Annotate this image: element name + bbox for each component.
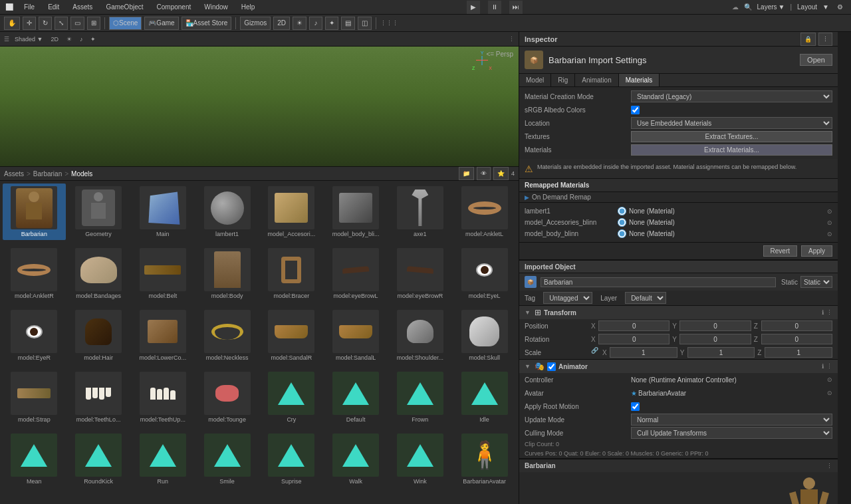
asset-axe1[interactable]: axe1	[389, 184, 452, 240]
menu-assets[interactable]: Assets	[70, 3, 95, 11]
remap-lambert1-select-btn[interactable]: ⊙	[827, 208, 832, 215]
asset-barbarian-avatar[interactable]: 🧍 BarbarianAvatar	[453, 431, 516, 487]
location-dropdown[interactable]: Use Embedded Materials	[631, 117, 832, 129]
asset-strap[interactable]: model:Strap	[3, 369, 66, 426]
asset-body[interactable]: model:Body	[195, 245, 259, 302]
controller-select-btn[interactable]: ⊙	[827, 376, 832, 383]
tab-materials[interactable]: Materials	[619, 74, 660, 86]
asset-bracer[interactable]: model:Bracer	[260, 245, 323, 302]
asset-suprise[interactable]: Suprise	[260, 431, 323, 487]
tool-rect[interactable]: ▭	[70, 17, 84, 30]
asset-mean[interactable]: Mean	[3, 431, 66, 487]
extract-materials-btn[interactable]: Extract Materials...	[631, 144, 832, 156]
folder-icon-btn[interactable]: 📁	[459, 167, 474, 180]
asset-smile[interactable]: Smile	[195, 431, 259, 487]
object-name-input[interactable]	[541, 277, 776, 287]
rot-x-input[interactable]	[598, 334, 669, 344]
step-button[interactable]: ⏭	[509, 1, 523, 14]
lock-btn[interactable]: 🔒	[800, 33, 816, 46]
asset-skull[interactable]: model:Skull	[453, 307, 516, 364]
asset-run[interactable]: Run	[132, 431, 195, 487]
animator-enabled-checkbox[interactable]	[547, 362, 556, 371]
scale-z-input[interactable]	[765, 347, 832, 358]
avatar-select-btn[interactable]: ⊙	[827, 390, 832, 396]
shading-dropdown[interactable]: Shaded ▼	[15, 36, 43, 43]
layers-dropdown[interactable]: Layers ▼	[757, 3, 785, 11]
pos-z-input[interactable]	[761, 320, 832, 331]
asset-eyel[interactable]: model:EyeL	[453, 245, 516, 302]
asset-hair[interactable]: model:Hair	[67, 307, 130, 364]
play-button[interactable]: ▶	[467, 1, 480, 14]
layer-select[interactable]: Default	[625, 292, 666, 304]
revert-button[interactable]: Revert	[763, 245, 797, 257]
scale-y-input[interactable]	[687, 347, 755, 358]
light-toggle[interactable]: ☀	[66, 36, 72, 43]
rot-z-input[interactable]	[761, 334, 832, 344]
pos-y-input[interactable]	[679, 320, 751, 331]
remap-accesori-select-btn[interactable]: ⊙	[827, 219, 832, 226]
tab-model[interactable]: Model	[519, 74, 551, 86]
rot-y-input[interactable]	[679, 334, 751, 344]
asset-accesori[interactable]: model_Accesori...	[260, 184, 323, 240]
pause-button[interactable]: ⏸	[488, 1, 501, 14]
asset-teethup[interactable]: model:TeethUp...	[132, 369, 195, 426]
menu-component[interactable]: Component	[154, 3, 194, 11]
asset-neckless[interactable]: model:Neckless	[195, 307, 259, 364]
asset-geometry[interactable]: Geometry	[67, 184, 130, 240]
material-creation-dropdown[interactable]: Standard (Legacy)	[631, 90, 832, 102]
tab-rig[interactable]: Rig	[551, 74, 575, 86]
remap-body-radio[interactable]	[618, 229, 626, 238]
asset-ankletr[interactable]: model:AnkletR	[3, 245, 66, 302]
asset-bandages[interactable]: model:Bandages	[67, 245, 130, 302]
asset-grid-container[interactable]: Barbarian Geometry	[0, 181, 519, 504]
tool-move[interactable]: ✛	[23, 17, 36, 30]
audio-btn[interactable]: ♪	[309, 17, 322, 30]
asset-eyer[interactable]: model:EyeR	[3, 307, 66, 364]
asset-ankletl[interactable]: model:AnkletL	[453, 184, 516, 240]
settings-btn[interactable]: ⚙	[834, 3, 846, 11]
transform-section-header[interactable]: ▼ ⊞ Transform ℹ ⋮	[519, 305, 838, 319]
asset-idle[interactable]: Idle	[453, 369, 516, 426]
culling-mode-dropdown[interactable]: Cull Update Transforms	[631, 427, 832, 439]
tool-transform[interactable]: ⊞	[87, 17, 100, 30]
remap-body-select-btn[interactable]: ⊙	[827, 231, 832, 237]
star-icon-btn[interactable]: ⭐	[493, 167, 509, 180]
asset-cry[interactable]: Cry	[260, 369, 323, 426]
remap-accesori-radio[interactable]	[618, 218, 626, 227]
asset-roundkick[interactable]: RoundKick	[67, 431, 130, 487]
eye-icon-btn[interactable]: 👁	[477, 167, 491, 180]
scene-tab[interactable]: ⬡ Scene	[109, 17, 142, 30]
asset-walk[interactable]: Walk	[324, 431, 388, 487]
inspector-body[interactable]: 📦 Barbarian Import Settings Open Model R…	[519, 47, 838, 504]
extract-textures-btn[interactable]: Extract Textures...	[631, 131, 832, 142]
game-tab[interactable]: 🎮 Game	[144, 17, 178, 30]
tag-select[interactable]: Untagged	[543, 292, 592, 304]
tool-hand[interactable]: ✋	[4, 17, 20, 30]
menu-window[interactable]: Window	[201, 3, 231, 11]
vfx-toggle[interactable]: ✦	[90, 36, 96, 43]
asset-belt[interactable]: model:Belt	[132, 245, 195, 302]
tool-scale[interactable]: ⤡	[55, 17, 68, 30]
static-dropdown[interactable]: Static	[800, 276, 832, 288]
animator-section-header[interactable]: ▼ 🎭 Animator ℹ ⋮	[519, 359, 838, 373]
breadcrumb-assets[interactable]: Assets	[4, 170, 24, 178]
apply-button[interactable]: Apply	[801, 245, 832, 257]
pos-x-input[interactable]	[598, 320, 669, 331]
asset-main[interactable]: Main	[132, 184, 195, 240]
tool-rotate[interactable]: ↻	[39, 17, 52, 30]
scale-x-input[interactable]	[610, 347, 677, 358]
fx-btn[interactable]: ✦	[325, 17, 338, 30]
apply-root-motion-checkbox[interactable]	[631, 402, 640, 411]
assetstore-tab[interactable]: 🏪 Asset Store	[182, 17, 232, 30]
menu-help[interactable]: Help	[239, 3, 258, 11]
menu-edit[interactable]: Edit	[45, 3, 62, 11]
asset-wink[interactable]: Wink	[389, 431, 452, 487]
srgb-checkbox[interactable]	[631, 106, 640, 114]
asset-eyebrowl[interactable]: model:eyeBrowL	[324, 245, 388, 302]
update-mode-dropdown[interactable]: Normal	[631, 414, 832, 426]
breadcrumb-barbarian[interactable]: Barbarian	[33, 170, 62, 178]
asset-sandalr[interactable]: model:SandalR	[260, 307, 323, 364]
asset-lambert1[interactable]: lambert1	[195, 184, 259, 240]
menu-gameobject[interactable]: GameObject	[103, 3, 146, 11]
asset-barbarian[interactable]: Barbarian	[3, 184, 66, 240]
